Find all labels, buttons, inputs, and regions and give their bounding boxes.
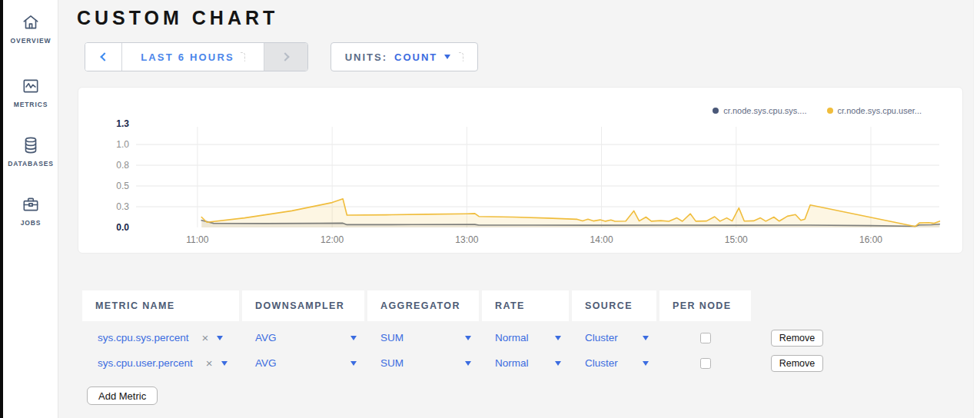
remove-button[interactable]: Remove [771,355,823,372]
metrics-table: METRIC NAME DOWNSAMPLER AGGREGATOR RATE … [82,290,840,376]
legend-dot-icon [827,108,833,114]
chevron-down-icon [555,336,561,340]
column-header-per-node: PER NODE [659,290,751,321]
time-range-prev-button[interactable] [85,43,122,71]
chevron-down-icon [217,336,223,340]
chevron-down-icon [444,55,450,59]
column-header-aggregator: AGGREGATOR [367,290,479,321]
sidebar-item-label: OVERVIEW [11,37,51,45]
metric-name-value: sys.cpu.user.percent [98,357,193,369]
svg-text:0.0: 0.0 [116,222,129,233]
svg-text:0.8: 0.8 [116,160,129,171]
time-range-label: LAST 6 HOURS [141,51,234,63]
rate-select[interactable]: Normal [482,350,569,376]
aggregator-value: SUM [380,357,404,369]
svg-text:16:00: 16:00 [859,234,882,245]
chart-legend: cr.node.sys.cpu.sys.... cr.node.sys.cpu.… [713,106,922,115]
column-header-downsampler: DOWNSAMPLER [242,290,364,321]
svg-text:11:00: 11:00 [186,234,208,245]
legend-label: cr.node.sys.cpu.user... [838,106,922,115]
home-icon [21,12,41,32]
per-node-checkbox[interactable] [700,333,711,343]
metric-name-select[interactable]: sys.cpu.user.percent × [82,350,239,376]
actions-cell: Remove [754,325,840,350]
databases-icon [21,135,41,155]
remove-button[interactable]: Remove [771,330,823,347]
svg-text:1.3: 1.3 [116,118,129,129]
time-range-next-button-disabled [264,43,307,71]
metric-name-value: sys.cpu.sys.percent [98,332,189,343]
metrics-icon [21,76,41,96]
aggregator-value: SUM [380,332,404,343]
page-title: CUSTOM CHART [77,7,278,29]
time-range-dropdown[interactable]: LAST 6 HOURS [122,43,264,71]
svg-text:13:00: 13:00 [455,234,478,245]
rate-select[interactable]: Normal [482,325,569,350]
aggregator-select[interactable]: SUM [367,325,479,350]
chevron-down-icon [643,361,649,366]
svg-text:1.0: 1.0 [116,139,129,150]
add-metric-button[interactable]: Add Metric [87,386,158,405]
downsampler-value: AVG [255,332,277,343]
svg-text:15:00: 15:00 [725,234,748,245]
source-value: Cluster [585,357,618,369]
column-header-source: SOURCE [572,290,656,321]
aggregator-select[interactable]: SUM [367,350,479,376]
time-range-selector: LAST 6 HOURS [85,42,308,71]
sidebar-item-metrics[interactable]: METRICS [3,76,58,108]
units-dropdown[interactable]: UNITS: COUNT [331,42,478,71]
sidebar-item-overview[interactable]: OVERVIEW [3,12,58,45]
svg-text:0.3: 0.3 [116,201,129,212]
source-select[interactable]: Cluster [572,325,656,350]
clear-metric-icon[interactable]: × [202,331,209,344]
svg-text:0.5: 0.5 [116,181,129,191]
chevron-down-icon [350,336,357,340]
clear-metric-icon[interactable]: × [206,357,213,370]
per-node-cell [659,350,751,376]
chevron-down-icon [643,336,649,340]
custom-chart-panel: 11:0012:0013:0014:0015:0016:000.00.30.50… [78,87,963,254]
scrollbar-track[interactable] [973,0,980,418]
chevron-down-icon [350,361,357,366]
sidebar-item-label: JOBS [21,219,42,227]
sidebar-item-databases[interactable]: DATABASES [3,135,58,168]
focus-artifact [459,52,463,61]
legend-dot-icon [713,108,719,114]
sidebar-item-label: METRICS [14,101,48,108]
chevron-down-icon [465,361,471,366]
column-header-rate: RATE [482,290,569,321]
metric-name-select[interactable]: sys.cpu.sys.percent × [82,325,239,350]
sidebar-item-label: DATABASES [8,160,54,168]
actions-cell: Remove [754,350,840,376]
per-node-checkbox[interactable] [700,358,711,369]
jobs-icon [21,194,41,214]
svg-text:12:00: 12:00 [321,234,344,245]
source-value: Cluster [585,332,618,343]
sidebar-item-jobs[interactable]: JOBS [3,194,58,227]
rate-value: Normal [495,357,529,369]
chevron-down-icon [465,336,471,340]
focus-artifact [241,52,245,61]
source-select[interactable]: Cluster [572,350,656,376]
downsampler-value: AVG [255,357,277,369]
chevron-left-icon [100,52,108,61]
units-value: COUNT [394,51,437,63]
column-header-metric-name: METRIC NAME [82,290,239,321]
units-label: UNITS: [345,51,387,63]
sidebar: OVERVIEW METRICS DATABASES JOBS [3,0,58,418]
per-node-cell [659,325,751,350]
legend-entry[interactable]: cr.node.sys.cpu.sys.... [713,106,806,115]
legend-label: cr.node.sys.cpu.sys.... [723,106,806,115]
svg-text:14:00: 14:00 [590,234,613,245]
chevron-down-icon [221,361,228,366]
chevron-right-icon [281,52,289,61]
column-header-actions [754,290,840,321]
legend-entry[interactable]: cr.node.sys.cpu.user... [827,106,922,115]
downsampler-select[interactable]: AVG [242,350,364,376]
downsampler-select[interactable]: AVG [242,325,364,350]
chevron-down-icon [555,361,561,366]
rate-value: Normal [495,332,529,343]
